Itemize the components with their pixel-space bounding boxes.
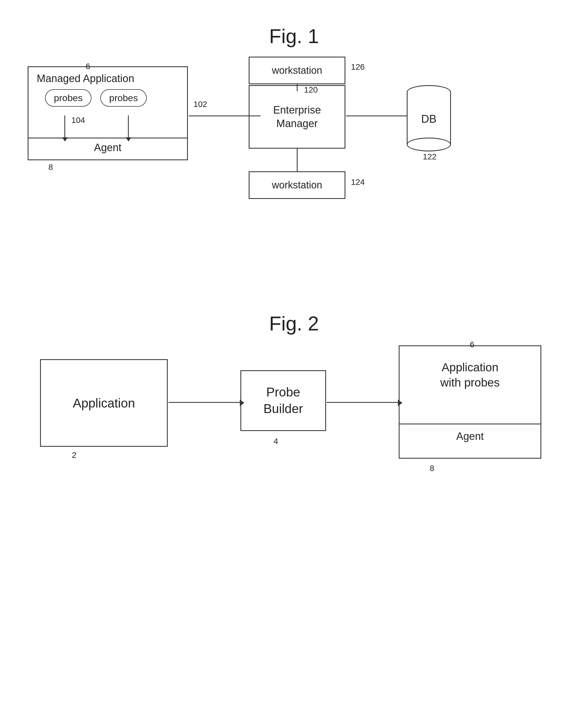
ref-102: 102 <box>193 100 207 109</box>
em-label-line2: Manager <box>276 118 318 129</box>
pb-label-line2: Builder <box>263 402 303 416</box>
db-bottom-ellipse <box>407 137 451 152</box>
db-label: DB <box>407 113 451 125</box>
pb-label-line1: Probe <box>267 385 300 399</box>
fig1-title: Fig. 1 <box>0 25 588 48</box>
workstation-bottom-box: workstation <box>249 171 345 199</box>
ref-4: 4 <box>274 436 278 446</box>
awp-label-line2: with probes <box>440 376 500 389</box>
workstation-bottom-label: workstation <box>272 179 322 191</box>
probe-builder-label: Probe Builder <box>263 384 303 417</box>
fig2-title: Fig. 2 <box>0 312 588 335</box>
fig2-area: Fig. 2 Application 2 Probe Builder 4 App… <box>0 304 588 691</box>
app-with-probes-label: Application with probes <box>400 360 540 390</box>
ref-8-fig1-number: 8 <box>48 163 53 172</box>
ref-122: 122 <box>423 152 436 161</box>
managed-app-label: Managed Application <box>37 73 134 84</box>
probe2-pill: probes <box>100 89 147 107</box>
awp-agent-label: Agent <box>400 430 540 443</box>
ref-104: 104 <box>71 116 85 125</box>
application-box: Application <box>40 359 168 447</box>
ref-2: 2 <box>72 450 76 460</box>
awp-divider <box>400 423 540 424</box>
db-cylinder: DB <box>407 85 451 152</box>
workstation-top-label: workstation <box>272 65 322 76</box>
ref-126: 126 <box>351 62 365 71</box>
ref-8-fig1: 8 <box>48 163 53 172</box>
probe1-pill: probes <box>45 89 92 107</box>
managed-app-box: Managed Application probes probes 104 Ag… <box>27 66 188 160</box>
workstation-top-box: workstation <box>249 57 345 84</box>
app-with-probes-box: Application with probes Agent <box>399 345 541 459</box>
line-em-to-ws-bottom <box>297 149 298 171</box>
ref-6-awp: 6 <box>470 340 474 349</box>
arrow-probe2 <box>128 116 129 137</box>
application-label: Application <box>73 396 135 411</box>
enterprise-manager-box: Enterprise Manager <box>249 85 345 149</box>
ref-124: 124 <box>351 177 365 187</box>
arrow-probe1 <box>64 116 65 137</box>
enterprise-manager-label: Enterprise Manager <box>273 103 321 131</box>
fig1-area: Fig. 1 6 Managed Application probes prob… <box>0 16 588 287</box>
arrow-probe-builder-to-awp <box>327 402 399 403</box>
agent-divider <box>28 137 187 138</box>
awp-label-line1: Application <box>442 361 498 374</box>
ref-120: 120 <box>304 85 318 95</box>
arrow-app-to-probe-builder <box>169 402 240 403</box>
ref-8-awp: 8 <box>430 464 434 473</box>
agent-label: Agent <box>28 142 187 154</box>
probe-builder-box: Probe Builder <box>240 370 326 431</box>
line-em-to-db <box>346 116 407 116</box>
em-label-line1: Enterprise <box>273 104 321 116</box>
